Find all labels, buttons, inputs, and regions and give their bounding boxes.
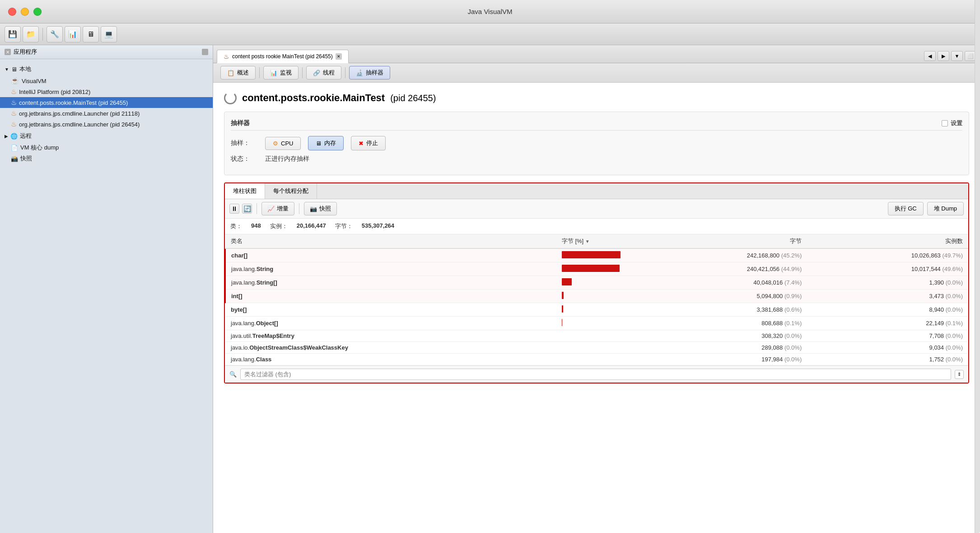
table-body: char[]242,168,800 (45.2%)10,026,863 (49.… [225, 248, 968, 365]
refresh-panel-button[interactable]: 🔄 [242, 204, 252, 214]
cell-bar [556, 248, 638, 262]
open-toolbar-button[interactable]: 📁 [23, 26, 39, 42]
col-byte-pct[interactable]: 字节 [%] ▼ [556, 234, 638, 248]
main-layout: ✕ 应用程序 ▼ 🖥 本地 ☕ VisualVM ♨ IntelliJ Plat… [0, 45, 980, 533]
table-row[interactable]: java.lang.String240,421,056 (44.9%)10,01… [225, 262, 968, 276]
save-toolbar-button[interactable]: 💾 [5, 26, 21, 42]
cpu-sample-button[interactable]: ⚙ CPU [265, 137, 301, 150]
gc-button[interactable]: 执行 GC [888, 202, 924, 215]
cell-instances: 10,017,544 (49.6%) [807, 262, 968, 276]
nav-sampler-label: 抽样器 [366, 69, 383, 77]
sidebar-item-snapshot-label: 快照 [20, 154, 32, 163]
sidebar-item-visualvm-label: VisualVM [22, 78, 47, 84]
sample-label: 抽样： [231, 139, 258, 147]
maintest-icon: ♨ [11, 98, 17, 107]
tab-nav-dropdown[interactable]: ▼ [951, 51, 963, 61]
pause-button[interactable]: ⏸ [229, 204, 239, 214]
content-area: ♨ content posts rookie MainTest (pid 264… [213, 45, 980, 533]
settings-checkbox[interactable] [942, 120, 948, 126]
tab-navigation: ◀ ▶ ▼ ⬜ [924, 51, 976, 63]
cell-classname: java.lang.String [225, 262, 556, 276]
sidebar-section-remote[interactable]: ▶ 🌐 远程 [0, 130, 213, 142]
data-table-wrapper[interactable]: 类名 字节 [%] ▼ 字节 实例数 [225, 234, 968, 365]
sidebar-remote-label: 远程 [20, 132, 32, 140]
launcher1-icon: ♨ [11, 109, 17, 117]
nav-sep2 [302, 67, 303, 78]
page-refresh-icon[interactable] [224, 92, 237, 104]
cell-bar [556, 342, 638, 354]
launcher2-icon: ♨ [11, 120, 17, 128]
cell-instances: 1,390 (0.0%) [807, 276, 968, 290]
sidebar-item-intellij-label: IntelliJ Platform (pid 20812) [19, 89, 90, 95]
close-button[interactable] [8, 8, 16, 16]
col-classname[interactable]: 类名 [225, 234, 556, 248]
table-row[interactable]: byte[]3,381,688 (0.6%)8,940 (0.0%) [225, 303, 968, 317]
sidebar-item-launcher1[interactable]: ♨ org.jetbrains.jps.cmdline.Launcher (pi… [0, 108, 213, 119]
sidebar-header-left: ✕ 应用程序 [5, 48, 37, 56]
memory-sample-button[interactable]: 🖥 内存 [308, 136, 344, 150]
sidebar-close-button[interactable]: ✕ [5, 49, 11, 55]
nav-overview-label: 概述 [237, 69, 249, 77]
tab-nav-next[interactable]: ▶ [938, 51, 949, 61]
nav-threads[interactable]: 🔗 线程 [306, 66, 341, 79]
col-instances[interactable]: 实例数 [807, 234, 968, 248]
tab-thread-label: 每个线程分配 [273, 187, 308, 194]
table-row[interactable]: char[]242,168,800 (45.2%)10,026,863 (49.… [225, 248, 968, 262]
cell-bytes: 808,688 (0.1%) [638, 317, 807, 330]
filter-input[interactable] [240, 369, 951, 380]
nav-monitor[interactable]: 📊 监视 [263, 66, 299, 79]
monitor-button[interactable]: 📊 [65, 26, 81, 42]
table-row[interactable]: java.io.ObjectStreamClass$WeakClassKey28… [225, 342, 968, 354]
table-row[interactable]: java.util.TreeMap$Entry308,320 (0.0%)7,7… [225, 330, 968, 342]
tab-heap-histogram[interactable]: 堆柱状图 [225, 183, 265, 199]
maximize-button[interactable] [33, 8, 42, 16]
cell-bar [556, 290, 638, 303]
increment-button[interactable]: 📈 增量 [261, 202, 294, 215]
cell-classname: java.lang.String[] [225, 276, 556, 290]
scrollbar[interactable] [975, 83, 980, 533]
nav-overview[interactable]: 📋 概述 [220, 66, 256, 79]
snapshot-panel-button[interactable]: 📷 快照 [304, 202, 337, 215]
settings-toggle[interactable]: 设置 [942, 119, 962, 127]
stop-sample-button[interactable]: ✖ 停止 [351, 136, 386, 150]
sidebar-section-local[interactable]: ▼ 🖥 本地 [0, 63, 213, 75]
stats-classes-label: 类： [230, 222, 242, 230]
tab-nav-prev[interactable]: ◀ [924, 51, 936, 61]
sidebar-item-intellij[interactable]: ♨ IntelliJ Platform (pid 20812) [0, 86, 213, 97]
window-controls[interactable] [8, 8, 42, 16]
minimize-button[interactable] [21, 8, 29, 16]
tab-close-button[interactable]: ✕ [336, 53, 342, 60]
table-row[interactable]: java.lang.String[]40,048,016 (7.4%)1,390… [225, 276, 968, 290]
cell-bar [556, 317, 638, 330]
nav-monitor-label: 监视 [280, 69, 292, 77]
cell-bytes: 240,421,056 (44.9%) [638, 262, 807, 276]
thread-button[interactable]: 🖥 [83, 26, 99, 42]
col-bytes[interactable]: 字节 [638, 234, 807, 248]
memory-panel: 堆柱状图 每个线程分配 ⏸ 🔄 📈 [224, 182, 969, 383]
sidebar-item-snapshot[interactable]: 📸 快照 [0, 153, 213, 164]
cell-bytes: 197,984 (0.0%) [638, 354, 807, 365]
stats-bytes-label: 字节： [335, 222, 353, 230]
cell-classname: java.lang.Class [225, 354, 556, 365]
tab-per-thread[interactable]: 每个线程分配 [265, 183, 317, 199]
sampler-section-header: 抽样器 设置 [231, 117, 962, 131]
sidebar-item-visualvm[interactable]: ☕ VisualVM [0, 75, 213, 86]
filter-stepper[interactable]: ⇕ [955, 370, 964, 379]
new-app-button[interactable]: 🔧 [47, 26, 63, 42]
sidebar-item-launcher2[interactable]: ♨ org.jetbrains.jps.cmdline.Launcher (pi… [0, 119, 213, 130]
table-row[interactable]: java.lang.Object[]808,688 (0.1%)22,149 (… [225, 317, 968, 330]
extra-button[interactable]: 💻 [101, 26, 117, 42]
table-row[interactable]: int[]5,094,800 (0.9%)3,473 (0.0%) [225, 290, 968, 303]
inner-tab-bar: 堆柱状图 每个线程分配 [225, 183, 968, 199]
memory-table: 类名 字节 [%] ▼ 字节 实例数 [225, 234, 968, 365]
stop-icon: ✖ [359, 140, 364, 147]
snapshot-panel-label: 快照 [319, 205, 331, 213]
sidebar-item-vmdump[interactable]: 📄 VM 核心 dump [0, 142, 213, 153]
tab-maintest[interactable]: ♨ content posts rookie MainTest (pid 264… [217, 50, 349, 63]
table-row[interactable]: java.lang.Class197,984 (0.0%)1,752 (0.0%… [225, 354, 968, 365]
nav-sampler[interactable]: 🔬 抽样器 [349, 66, 390, 79]
stats-row: 类： 948 实例： 20,166,447 字节： 535,307,264 [225, 219, 968, 234]
sidebar-item-maintest[interactable]: ♨ content.posts.rookie.MainTest (pid 264… [0, 97, 213, 108]
heap-dump-button[interactable]: 堆 Dump [927, 202, 964, 215]
sidebar-maximize-button[interactable] [202, 49, 208, 55]
